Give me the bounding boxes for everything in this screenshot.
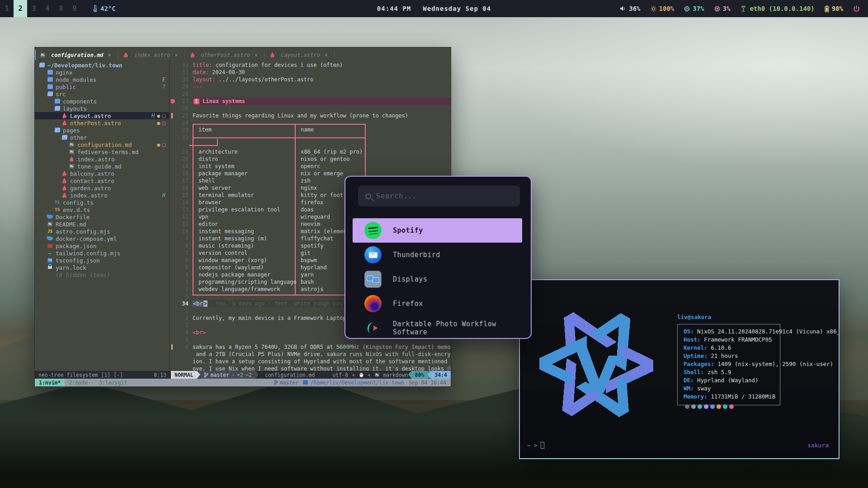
launcher-item[interactable]: Thunderbird [345,243,531,267]
tree-item[interactable]: Dockerfile [35,213,169,221]
tree-item[interactable]: README.md [35,221,169,228]
tree-item[interactable]: docker-compose.yml [35,235,169,242]
gutter-row: 21 [170,148,193,155]
gutter-row: 17 [170,177,193,184]
cpu-module[interactable]: 37% [684,5,704,12]
search-placeholder: Search... [376,192,417,200]
tree-item[interactable]: yarn.lock [35,264,169,271]
tree-item[interactable]: tone-guide.md [35,163,169,170]
app-icon [364,271,382,288]
tree-item[interactable]: pages [35,127,169,134]
file-type-icon [47,236,53,242]
fastfetch-field: Memory: 11731MiB / 31280MiB [684,393,780,401]
gutter-row: 8 [170,242,193,249]
tree-item[interactable]: node_modules E [35,76,169,83]
gutter-row: 6 [170,257,193,264]
tab-close-icon[interactable]: × [255,52,258,58]
editor-tab[interactable]: Layout.astro × [264,50,335,60]
network-module[interactable]: eth0 (10.0.0.140) [740,5,814,12]
tree-item[interactable]: components [35,98,169,105]
editor-tab[interactable]: otherPost.astro × [185,50,265,60]
tmux-window-tab[interactable]: 1:nvim* [35,379,65,386]
launcher-item[interactable]: Spotify [345,218,531,243]
palette-dot [723,404,727,409]
tree-item[interactable]: (6 hidden items) [35,271,169,278]
tree-item[interactable]: env.d.ts [35,206,169,213]
workspace-button[interactable]: 4 [41,0,54,17]
tree-item[interactable]: config.ts [35,199,169,206]
tree-item[interactable]: index.astro H [35,192,169,199]
tree-item[interactable]: layouts [35,105,169,112]
tree-item[interactable]: astro.config.mjs [35,228,169,235]
tree-item[interactable]: tsconfig.json [35,257,169,264]
tree-item[interactable]: balcony.astro [35,170,169,177]
gpu-module[interactable]: 3% [714,5,731,12]
tree-item[interactable]: other [35,134,169,141]
fastfetch-field-label: WM: [684,385,694,392]
gutter-row: 1 [170,293,193,300]
tree-item-label: src [56,91,66,98]
tree-item[interactable]: fediverse-terms.md [35,148,169,155]
shell-prompt[interactable]: ~ > [527,442,544,449]
tmux-window-tab[interactable]: 3:lazygit [95,379,131,386]
yaml-value: configuration for devices i use (often) [212,62,343,68]
file-type-icon [47,214,53,220]
tree-item[interactable]: Layout.astro H●□ [35,112,169,119]
table-row: architecture x86_64 (rip m2 pro) [193,148,366,155]
terminal-window[interactable]: liv@sakura OS: NixOS 24.11.20240828.71e9… [519,279,840,459]
workspace-button[interactable]: 8 [54,0,68,17]
gutter-sign [170,119,176,127]
workspace-button[interactable]: 9 [68,0,81,17]
tree-item[interactable]: nginx [35,69,169,76]
battery-module[interactable]: 98% [825,5,843,12]
tree-item-label: config.ts [63,199,94,206]
tab-close-icon[interactable]: × [108,52,111,58]
gutter-sign [170,264,176,271]
power-button[interactable] [853,5,860,12]
volume-module[interactable]: 36% [620,5,640,12]
table-header-item: item [193,127,295,134]
editor-tab[interactable]: configuration.md × [35,50,118,60]
launcher-item[interactable]: Displays [345,267,531,291]
file-type-icon [47,229,53,235]
tab-close-icon[interactable]: × [175,52,178,58]
table-cell-name: fluffychat [295,235,333,242]
tree-item[interactable]: package.json [35,242,169,249]
file-type-icon [61,120,68,126]
tree-item[interactable]: garden.astro [35,184,169,192]
tree-item[interactable]: src [35,90,169,98]
file-type-icon [47,91,53,97]
editor-tab[interactable]: index.astro × [118,50,185,60]
table-cell-item: version control [193,250,295,256]
table-cell-item: instant messaging [193,228,295,235]
yaml-value: ../../layouts/otherPost.astro [216,76,314,83]
table-row: terminal emulator kitty or foot [193,192,366,199]
tree-item[interactable]: otherPost.astro ●□ [35,119,169,127]
table-cell-item: privilege escalation tool [193,206,295,213]
launcher-search[interactable]: Search... [358,186,520,206]
gutter-row: 7 [170,249,193,257]
tree-item[interactable]: tailwind.config.mjs [35,249,169,257]
statusline-right: utf-8 ‹ ‹ markdown [332,371,408,379]
tab-close-icon[interactable]: × [325,52,328,58]
file-type-icon [47,265,53,271]
tmux-window-tab[interactable]: 2:node- [65,379,94,386]
tree-item[interactable]: index.astro [35,155,169,163]
fastfetch-field-value: 6.10.6 [708,344,731,351]
tree-item[interactable]: public ? [35,83,169,90]
brightness-module[interactable]: 100% [651,5,675,12]
workspace-button[interactable]: 3 [27,0,41,17]
tree-item[interactable]: contact.astro [35,177,169,184]
branch-name[interactable]: master [211,372,230,378]
gutter-row: 24 [170,119,193,127]
tree-item[interactable]: ~/Development/liv.town [35,61,169,69]
file-type-icon [123,52,129,58]
fastfetch-field-label: Host: [684,336,701,343]
launcher-item[interactable]: Firefox [345,291,531,316]
table-row: shell zsh [193,177,366,184]
workspace-button[interactable]: 1 [0,0,14,17]
gutter-row: 32 [170,61,193,69]
tree-item[interactable]: configuration.md ●□ [35,141,169,148]
launcher-item[interactable]: Darktable Photo Workflow Software [345,316,531,339]
workspace-button[interactable]: 2 [14,0,27,17]
